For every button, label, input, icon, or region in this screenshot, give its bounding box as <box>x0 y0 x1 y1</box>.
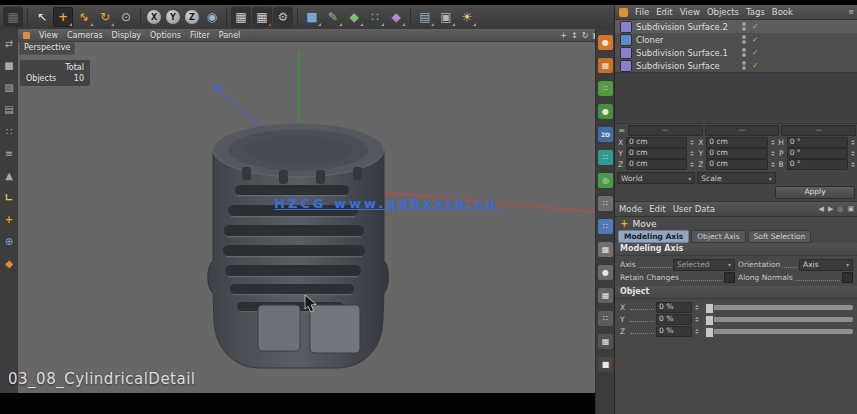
enabled-check-icon[interactable]: ✓ <box>752 61 759 70</box>
2d-view-icon[interactable]: 2D <box>598 127 613 142</box>
orange-sphere-icon[interactable]: ● <box>598 35 613 50</box>
scale-tool[interactable]: ↔ <box>74 7 94 27</box>
gray-panel-icon[interactable]: ▦ <box>598 288 613 303</box>
pos-x-field[interactable]: 0 cm <box>626 137 687 148</box>
spinner[interactable] <box>850 162 856 167</box>
add-environment-button[interactable]: ▤ <box>415 7 435 27</box>
coord-header-rotation[interactable]: — <box>781 125 856 136</box>
teal-dots-icon[interactable]: ∷ <box>598 150 613 165</box>
offset-z-field[interactable]: 0 % <box>656 326 692 337</box>
rotate-view-icon[interactable]: ↻ <box>582 31 589 40</box>
om-menu-bookmarks[interactable]: Book <box>772 7 793 17</box>
polygons-mode-icon[interactable]: ▲ <box>2 168 16 182</box>
pos-z-field[interactable]: 0 cm <box>626 159 687 170</box>
dark-square-icon[interactable]: ■ <box>598 357 613 372</box>
rot-h-field[interactable]: 0 ° <box>787 137 848 148</box>
enabled-check-icon[interactable]: ✓ <box>752 35 759 44</box>
coord-header-position[interactable]: — <box>628 125 703 136</box>
pos-y-field[interactable]: 0 cm <box>626 148 687 159</box>
viewport-menu-cameras[interactable]: Cameras <box>67 31 103 40</box>
toggle-view-icon[interactable]: ▣ <box>592 31 595 40</box>
orientation-dropdown[interactable]: Axis▾ <box>799 259 853 271</box>
last-used-tool[interactable]: ⊙ <box>116 7 136 27</box>
spinner[interactable] <box>850 151 856 156</box>
slider-knob[interactable] <box>705 315 714 326</box>
retain-changes-checkbox[interactable] <box>724 272 735 283</box>
snap-icon[interactable]: ⊕ <box>2 234 16 248</box>
render-settings-button[interactable]: ⚙ <box>273 7 293 27</box>
pan-view-icon[interactable]: + <box>560 31 567 40</box>
render-to-picture-viewer-button[interactable]: ▦ <box>252 7 272 27</box>
scale-dropdown[interactable]: Scale▾ <box>697 172 775 184</box>
add-light-button[interactable]: ☀ <box>457 7 477 27</box>
green-sphere-icon[interactable]: ● <box>598 104 613 119</box>
axis-dropdown[interactable]: Selected▾ <box>673 259 735 271</box>
spinner[interactable] <box>850 140 856 145</box>
viewport-menu-icon[interactable] <box>23 32 30 39</box>
gray-sphere-icon[interactable]: ● <box>598 265 613 280</box>
spinner[interactable] <box>770 140 776 145</box>
orange-tool-icon[interactable]: ▦ <box>598 58 613 73</box>
spinner[interactable] <box>770 162 776 167</box>
om-panel-menu-icon[interactable]: ≡ <box>848 8 854 16</box>
coord-header-size[interactable]: — <box>705 125 780 136</box>
viewport-menu-display[interactable]: Display <box>112 31 142 40</box>
add-deformer-button[interactable]: ◆ <box>386 7 406 27</box>
offset-x-slider[interactable] <box>705 305 853 310</box>
offset-y-slider[interactable] <box>705 317 853 322</box>
gray-grid-icon[interactable]: ▦ <box>598 242 613 257</box>
object-label[interactable]: Subdivision Surface <box>636 61 732 71</box>
spline-pen-button[interactable]: ✎ <box>323 7 343 27</box>
along-normals-checkbox[interactable] <box>842 272 853 283</box>
model-mode-icon[interactable]: ■ <box>2 58 16 72</box>
render-view-button[interactable]: ▦ <box>231 7 251 27</box>
dot-grid-icon[interactable]: ∷ <box>598 196 613 211</box>
green-points-icon[interactable]: ∷ <box>598 81 613 96</box>
viewport-menu-view[interactable]: View <box>39 31 58 40</box>
zoom-view-icon[interactable]: ↕ <box>571 31 578 40</box>
add-generator-button[interactable]: ◆ <box>344 7 364 27</box>
app-menu-icon[interactable]: ▦ <box>3 7 23 27</box>
object-row[interactable]: Subdivision Surface ✓ <box>615 59 857 72</box>
rotate-tool[interactable]: ↻ <box>95 7 115 27</box>
visibility-dots-icon[interactable] <box>742 22 746 31</box>
object-row[interactable]: Subdivision Surface.2 ✓ <box>615 20 857 33</box>
perspective-viewport[interactable]: View Cameras Display Options Filter Pane… <box>18 29 595 393</box>
coordinate-mode-icon[interactable]: + <box>2 212 16 226</box>
section-object[interactable]: Object <box>615 286 857 299</box>
attr-menu-edit[interactable]: Edit <box>649 204 665 214</box>
enabled-check-icon[interactable]: ✓ <box>752 48 759 57</box>
spinner[interactable] <box>694 317 700 322</box>
om-menu-file[interactable]: File <box>635 7 649 17</box>
object-label[interactable]: Subdivision Surface.1 <box>636 48 732 58</box>
points-mode-icon[interactable]: ∷ <box>2 124 16 138</box>
spinner[interactable] <box>689 151 695 156</box>
add-cube-button[interactable]: ■ <box>302 7 322 27</box>
edges-mode-icon[interactable]: ≡ <box>2 146 16 160</box>
offset-y-field[interactable]: 0 % <box>656 314 692 325</box>
visibility-dots-icon[interactable] <box>742 48 746 57</box>
object-row[interactable]: Subdivision Surface.1 ✓ <box>615 46 857 59</box>
size-z-field[interactable]: 0 cm <box>706 159 767 170</box>
rot-b-field[interactable]: 0 ° <box>787 159 848 170</box>
make-editable-icon[interactable]: ⇄ <box>2 36 16 50</box>
coord-menu-icon[interactable]: ≡ <box>617 126 626 135</box>
slider-knob[interactable] <box>705 327 714 338</box>
spinner[interactable] <box>689 162 695 167</box>
add-camera-button[interactable]: ▣ <box>436 7 456 27</box>
object-row[interactable]: Cloner ✓ <box>615 33 857 46</box>
slider-knob[interactable] <box>705 303 714 314</box>
viewport-canvas[interactable] <box>18 29 595 393</box>
attr-menu-userdata[interactable]: User Data <box>673 204 715 214</box>
viewport-menu-panel[interactable]: Panel <box>219 31 241 40</box>
size-y-field[interactable]: 0 cm <box>706 148 767 159</box>
om-menu-edit[interactable]: Edit <box>656 7 672 17</box>
search-icon[interactable]: ◎ <box>837 205 843 213</box>
tab-object-axis[interactable]: Object Axis <box>691 230 745 243</box>
om-menu-objects[interactable]: Objects <box>707 7 739 17</box>
cylinder-model[interactable] <box>208 123 389 368</box>
axis-lock-x-button[interactable]: X <box>146 9 162 25</box>
spinner[interactable] <box>694 305 700 310</box>
viewport-menu-filter[interactable]: Filter <box>190 31 210 40</box>
axis-mode-icon[interactable]: ∟ <box>2 190 16 204</box>
